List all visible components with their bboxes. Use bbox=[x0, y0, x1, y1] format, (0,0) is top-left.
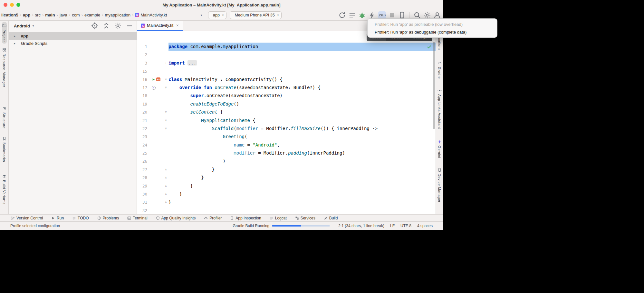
code-line-28[interactable]: 28∧ } bbox=[137, 174, 436, 182]
breadcrumb-item[interactable]: main bbox=[44, 13, 55, 17]
fold-marker[interactable]: + bbox=[163, 59, 168, 67]
code-line-17[interactable]: 17↑∨ override fun onCreate(savedInstance… bbox=[137, 84, 436, 92]
account-button[interactable] bbox=[433, 11, 441, 19]
fold-marker[interactable]: ∨ bbox=[163, 84, 168, 92]
chevron-right-icon[interactable]: ▸ bbox=[14, 34, 17, 38]
breadcrumb-item[interactable]: src bbox=[34, 13, 41, 17]
chevron-down-icon[interactable]: ▾ bbox=[33, 24, 34, 27]
code-editor[interactable]: CodeSplitDesign 1package com.example.mya… bbox=[137, 31, 436, 214]
code-line-30[interactable]: 30∧ } bbox=[137, 190, 436, 198]
rerun-button[interactable] bbox=[338, 11, 346, 19]
tool-stripe-resource-manager[interactable]: Resource Manager bbox=[2, 46, 7, 89]
chevron-right-icon[interactable]: ▸ bbox=[14, 42, 17, 45]
breadcrumb-item[interactable]: com bbox=[71, 13, 81, 17]
fold-marker[interactable]: ∧ bbox=[163, 198, 168, 206]
code-line-25[interactable]: 25 modifier = Modifier.padding(innerPadd… bbox=[137, 149, 436, 157]
status-message[interactable]: Profile selected configuration bbox=[10, 224, 60, 228]
fold-marker[interactable]: ∨ bbox=[163, 76, 168, 84]
caret-position[interactable]: 2:1 (34 chars, 1 line break) bbox=[338, 224, 384, 228]
code-line-31[interactable]: 31∧} bbox=[137, 198, 436, 206]
tool-stripe-gemini[interactable]: Gemini bbox=[437, 138, 442, 160]
history-button[interactable]: ▾ bbox=[197, 11, 205, 19]
profiler-button[interactable]: ▾ bbox=[378, 11, 386, 19]
fold-marker[interactable]: ∧ bbox=[163, 190, 168, 198]
toolwindow-profiler[interactable]: Profiler bbox=[204, 216, 222, 220]
editor-tab-mainactivity[interactable]: K MainActivity.kt × bbox=[137, 21, 183, 31]
popup-item-profiler-run-app-[interactable]: Profiler: Run 'app' as debuggable (compl… bbox=[368, 28, 497, 36]
run-config-selector[interactable]: app▾ bbox=[208, 11, 226, 19]
gutter[interactable]: <> bbox=[149, 76, 163, 84]
breadcrumb-item[interactable]: lication5 bbox=[1, 13, 19, 17]
settings-button[interactable] bbox=[423, 11, 431, 19]
fold-marker[interactable]: ∧ bbox=[163, 174, 168, 182]
breadcrumb-item[interactable]: myapplication bbox=[104, 13, 131, 17]
editor-scrollbar[interactable] bbox=[433, 42, 435, 129]
indent-style[interactable]: 4 spaces bbox=[417, 224, 433, 228]
run-list-button[interactable] bbox=[348, 11, 356, 19]
toolwindow-app-quality-insights[interactable]: App Quality Insights bbox=[156, 216, 196, 220]
close-tab-icon[interactable]: × bbox=[176, 23, 179, 28]
toolwindow-run[interactable]: Run bbox=[51, 216, 64, 220]
toolwindow-version-control[interactable]: Version Control bbox=[11, 216, 43, 220]
toolwindow-logcat[interactable]: Logcat bbox=[270, 216, 287, 220]
breadcrumb-item[interactable]: example bbox=[84, 13, 101, 17]
toolwindow-terminal[interactable]: Terminal bbox=[127, 216, 147, 220]
encoding[interactable]: UTF-8 bbox=[400, 224, 411, 228]
close-window-button[interactable] bbox=[4, 3, 7, 7]
code-line-26[interactable]: 26 ) bbox=[137, 157, 436, 165]
fold-marker[interactable]: ∨ bbox=[163, 116, 168, 125]
stop-button[interactable] bbox=[388, 11, 396, 19]
apply-changes-button[interactable] bbox=[368, 11, 376, 19]
code-line-29[interactable]: 29∧ } bbox=[137, 182, 436, 190]
device-manager-button[interactable] bbox=[398, 11, 406, 19]
breadcrumb-item[interactable]: java bbox=[59, 13, 68, 17]
fold-marker[interactable]: ∧ bbox=[163, 182, 168, 190]
line-separator[interactable]: LF bbox=[390, 224, 395, 228]
code-line-3[interactable]: 3+import ... bbox=[137, 59, 436, 67]
panel-settings-button[interactable] bbox=[114, 22, 122, 30]
code-line-18[interactable]: 18 super.onCreate(savedInstanceState) bbox=[137, 92, 436, 100]
breadcrumb-item[interactable]: app bbox=[22, 13, 31, 17]
tool-stripe-bookmarks[interactable]: Bookmarks bbox=[2, 135, 7, 164]
code-line-20[interactable]: 20∨ setContent { bbox=[137, 108, 436, 116]
toolwindow-build[interactable]: Build bbox=[324, 216, 338, 220]
minimize-window-button[interactable] bbox=[10, 3, 14, 7]
code-line-22[interactable]: 22∨ Scaffold(modifier = Modifier.fillMax… bbox=[137, 125, 436, 133]
code-line-2[interactable]: 2 bbox=[137, 51, 436, 59]
code-line-23[interactable]: 23 Greeting( bbox=[137, 133, 436, 141]
tool-stripe-build-variants[interactable]: Build Variants bbox=[2, 173, 7, 206]
code-line-24[interactable]: 24 name = "Android", bbox=[137, 141, 436, 149]
run-button[interactable] bbox=[285, 11, 293, 19]
fold-marker[interactable]: ∧ bbox=[163, 166, 168, 174]
tool-stripe-app-links-assistant[interactable]: App Links Assistant bbox=[437, 87, 442, 130]
code-line-19[interactable]: 19 enableEdgeToEdge() bbox=[137, 100, 436, 108]
code-line-15[interactable]: 15 bbox=[137, 67, 436, 75]
tool-stripe-project[interactable]: Project bbox=[2, 22, 7, 44]
toolwindow-app-inspection[interactable]: App Inspection bbox=[230, 216, 261, 220]
project-view-selector[interactable]: Android bbox=[14, 24, 30, 28]
device-selector[interactable]: Medium Phone API 35▾ bbox=[230, 11, 282, 19]
fold-marker[interactable]: ∨ bbox=[163, 125, 168, 133]
gutter[interactable]: ↑ bbox=[149, 84, 163, 92]
fold-marker[interactable]: ∨ bbox=[163, 108, 168, 116]
toolwindow-problems[interactable]: Problems bbox=[97, 216, 119, 220]
zoom-window-button[interactable] bbox=[16, 3, 20, 7]
collapse-all-button[interactable] bbox=[102, 22, 110, 30]
code-line-16[interactable]: 16<>∨class MainActivity : ComponentActiv… bbox=[137, 76, 436, 84]
tree-item-gradle-scripts[interactable]: ▸Gradle Scripts bbox=[9, 40, 137, 47]
debug-button[interactable] bbox=[358, 11, 366, 19]
code-line-21[interactable]: 21∨ MyApplicationTheme { bbox=[137, 116, 436, 125]
code-line-32[interactable]: 32 bbox=[137, 207, 436, 214]
code-line-27[interactable]: 27∧ } bbox=[137, 166, 436, 174]
tool-stripe-structure[interactable]: Structure bbox=[2, 105, 7, 130]
breadcrumb-item[interactable]: KMainActivity.kt bbox=[134, 13, 168, 17]
tool-stripe-gradle[interactable]: Gradle bbox=[437, 59, 442, 80]
hide-panel-button[interactable] bbox=[126, 22, 133, 30]
toolwindow-services[interactable]: Services bbox=[295, 216, 315, 220]
popup-item-profiler-run-app-[interactable]: Profiler: Run 'app' as profileable (low … bbox=[368, 20, 497, 28]
search-everywhere-button[interactable] bbox=[413, 11, 421, 19]
inspections-check-icon[interactable] bbox=[427, 44, 432, 49]
code-line-1[interactable]: 1package com.example.myapplication bbox=[137, 43, 436, 51]
tree-item-app[interactable]: ▸app bbox=[9, 32, 137, 40]
locate-file-button[interactable] bbox=[91, 22, 99, 30]
